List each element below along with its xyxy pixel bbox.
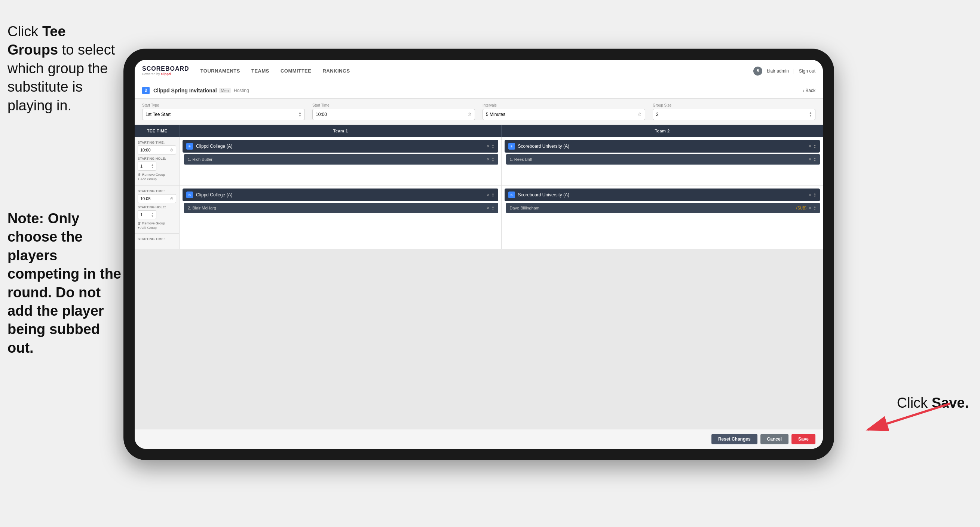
add-group-btn-2[interactable]: + Add Group <box>138 226 176 230</box>
sign-out-link[interactable]: Sign out <box>799 68 815 74</box>
player-row-2-1[interactable]: 1. Rees Britt × ▲ ▼ <box>506 154 820 165</box>
th-team1: Team 1 <box>180 125 501 137</box>
hole-input-1[interactable]: 1 ▲ ▼ <box>138 162 156 170</box>
player-close-icon-2-2[interactable]: × <box>809 205 811 210</box>
starting-hole-label-2: STARTING HOLE: <box>138 205 176 209</box>
player-row-2-2[interactable]: Dave Billingham (SUB) × ▲ ▼ <box>506 203 820 213</box>
team1-col-3-partial <box>180 234 501 249</box>
team1-icon-1: B <box>186 143 193 150</box>
team1-actions-1: × ▲ ▼ <box>487 143 495 149</box>
click-save-text: Click Save. <box>897 395 969 411</box>
team2-header-2[interactable]: S Scoreboard University (A) × ▲ ▼ <box>504 188 820 201</box>
admin-name: blair admin <box>767 68 789 74</box>
team1-actions-2: × ▲ ▼ <box>487 192 495 197</box>
player-name-1-2: 2. Blair McHarg <box>188 206 487 210</box>
team2-icon-2: S <box>508 191 515 198</box>
nav-item-tournaments[interactable]: TOURNAMENTS <box>200 67 240 75</box>
groups-container: STARTING TIME: 10:00 ⏱ STARTING HOLE: 1 … <box>135 137 823 429</box>
logo-area: SCOREBOARD Powered by clippd <box>142 66 189 76</box>
sub-header-logo: B <box>142 87 150 94</box>
nav-items: TOURNAMENTS TEAMS COMMITTEE RANKINGS <box>200 67 754 75</box>
group-row-3-partial: STARTING TIME: <box>135 234 823 249</box>
player-row-1-2[interactable]: 2. Blair McHarg × ▲ ▼ <box>184 203 498 213</box>
team1-close-icon-1[interactable]: × <box>487 143 490 149</box>
group-size-label: Group Size <box>653 103 815 107</box>
sub-header: B Clippd Spring Invitational Men Hosting… <box>135 82 823 99</box>
player-name-2-2: Dave Billingham <box>510 206 796 210</box>
intervals-label: Intervals <box>482 103 645 107</box>
intervals-group: Intervals 5 Minutes ⏱ <box>482 103 645 120</box>
team2-close-icon-1[interactable]: × <box>809 143 811 149</box>
add-group-btn-1[interactable]: + Add Group <box>138 177 176 181</box>
time-input-1[interactable]: 10:00 ⏱ <box>138 145 176 154</box>
tee-time-col-2: STARTING TIME: 10:05 ⏱ STARTING HOLE: 1 … <box>135 186 180 234</box>
tablet-screen: SCOREBOARD Powered by clippd TOURNAMENTS… <box>135 60 823 449</box>
hosting-badge: Hosting <box>234 88 249 93</box>
back-button[interactable]: ‹ Back <box>803 88 815 93</box>
remove-group-btn-2[interactable]: 🗑 Remove Group <box>138 221 176 225</box>
starting-hole-label-1: STARTING HOLE: <box>138 157 176 161</box>
team2-col-1: S Scoreboard University (A) × ▲ ▼ <box>501 137 823 185</box>
team2-name-1: Scoreboard University (A) <box>518 143 806 149</box>
nav-item-teams[interactable]: TEAMS <box>251 67 269 75</box>
settings-row: Start Type 1st Tee Start ▲ ▼ Start Time … <box>135 99 823 125</box>
team1-icon-2: B <box>186 191 193 198</box>
team2-col-2: S Scoreboard University (A) × ▲ ▼ <box>501 186 823 234</box>
group-size-input[interactable]: 2 ▲ ▼ <box>653 109 815 120</box>
team2-icon-1: S <box>508 143 515 150</box>
logo-powered: Powered by clippd <box>142 72 189 76</box>
start-type-label: Start Type <box>142 103 305 107</box>
team2-header-1[interactable]: S Scoreboard University (A) × ▲ ▼ <box>504 140 820 153</box>
tee-time-col-1: STARTING TIME: 10:00 ⏱ STARTING HOLE: 1 … <box>135 137 180 185</box>
team2-close-icon-2[interactable]: × <box>809 192 811 197</box>
group-size-group: Group Size 2 ▲ ▼ <box>653 103 815 120</box>
team1-col-1: B Clippd College (A) × ▲ ▼ 1. <box>180 137 501 185</box>
player-row-1-1[interactable]: 1. Rich Butler × ▲ ▼ <box>184 154 498 165</box>
group-row-2: STARTING TIME: 10:05 ⏱ STARTING HOLE: 1 … <box>135 186 823 234</box>
save-button[interactable]: Save <box>791 434 815 444</box>
nav-right: B blair admin | Sign out <box>753 67 815 76</box>
tournament-name: Clippd Spring Invitational <box>153 88 217 94</box>
tablet-frame: SCOREBOARD Powered by clippd TOURNAMENTS… <box>123 49 834 460</box>
admin-avatar: B <box>753 67 762 76</box>
player-close-icon-1-2[interactable]: × <box>487 205 490 210</box>
team2-col-3-partial <box>501 234 823 249</box>
th-team2: Team 2 <box>501 125 823 137</box>
team2-actions-1: × ▲ ▼ <box>809 143 816 149</box>
team1-close-icon-2[interactable]: × <box>487 192 490 197</box>
team2-actions-2: × ▲ ▼ <box>809 192 816 197</box>
nav-item-rankings[interactable]: RANKINGS <box>323 67 350 75</box>
th-tee-time: Tee Time <box>135 125 180 137</box>
player-name-1-1: 1. Rich Butler <box>188 157 487 162</box>
nav-item-committee[interactable]: COMMITTEE <box>280 67 312 75</box>
group-row-1: STARTING TIME: 10:00 ⏱ STARTING HOLE: 1 … <box>135 137 823 186</box>
time-input-2[interactable]: 10:05 ⏱ <box>138 194 176 203</box>
men-badge: Men <box>219 88 231 93</box>
table-header: Tee Time Team 1 Team 2 <box>135 125 823 137</box>
start-type-input[interactable]: 1st Tee Start ▲ ▼ <box>142 109 305 120</box>
tee-time-col-3: STARTING TIME: <box>135 234 180 249</box>
note-text: Note: Only choose the players competing … <box>0 209 127 357</box>
team1-name-2: Clippd College (A) <box>196 192 484 197</box>
logo-scoreboard: SCOREBOARD <box>142 66 189 72</box>
start-time-input[interactable]: 10:00 ⏱ <box>312 109 475 120</box>
team1-col-2: B Clippd College (A) × ▲ ▼ 2. <box>180 186 501 234</box>
hole-input-2[interactable]: 1 ▲ ▼ <box>138 210 156 219</box>
main-content: STARTING TIME: 10:00 ⏱ STARTING HOLE: 1 … <box>135 137 823 429</box>
top-nav: SCOREBOARD Powered by clippd TOURNAMENTS… <box>135 60 823 82</box>
reset-changes-button[interactable]: Reset Changes <box>711 434 757 444</box>
instruction-text-left: Click Tee Groups to select which group t… <box>0 22 116 115</box>
group-actions-2: 🗑 Remove Group + Add Group <box>138 221 176 230</box>
team1-header-1[interactable]: B Clippd College (A) × ▲ ▼ <box>183 140 498 153</box>
remove-group-btn-1[interactable]: 🗑 Remove Group <box>138 173 176 177</box>
team2-name-2: Scoreboard University (A) <box>518 192 806 197</box>
intervals-input[interactable]: 5 Minutes ⏱ <box>482 109 645 120</box>
bottom-bar: Reset Changes Cancel Save <box>135 429 823 449</box>
team1-name-1: Clippd College (A) <box>196 143 484 149</box>
start-type-group: Start Type 1st Tee Start ▲ ▼ <box>142 103 305 120</box>
player-close-icon-1-1[interactable]: × <box>487 157 490 162</box>
cancel-button[interactable]: Cancel <box>760 434 789 444</box>
start-time-group: Start Time 10:00 ⏱ <box>312 103 475 120</box>
team1-header-2[interactable]: B Clippd College (A) × ▲ ▼ <box>183 188 498 201</box>
player-close-icon-2-1[interactable]: × <box>809 157 811 162</box>
